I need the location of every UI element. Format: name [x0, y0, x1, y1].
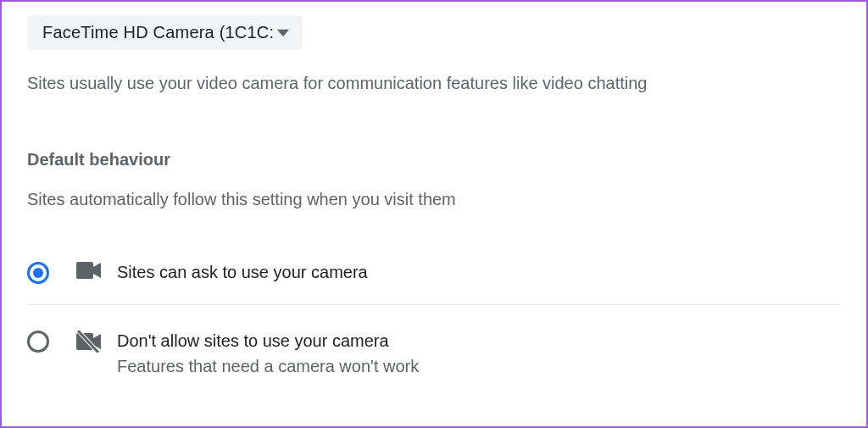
option-allow-ask[interactable]: Sites can ask to use your camera — [27, 248, 841, 305]
default-behaviour-heading: Default behaviour — [27, 150, 841, 170]
svg-rect-0 — [76, 262, 93, 279]
option-block-subtext: Features that need a camera won't work — [117, 354, 841, 378]
option-allow-label: Sites can ask to use your camera — [117, 260, 841, 284]
camera-usage-description: Sites usually use your video camera for … — [27, 70, 841, 96]
radio-dot — [33, 268, 43, 278]
chevron-down-icon — [277, 27, 289, 39]
default-behaviour-subtext: Sites automatically follow this setting … — [27, 190, 841, 209]
camera-icon — [76, 262, 102, 284]
camera-off-icon — [76, 331, 102, 356]
radio-block[interactable] — [27, 331, 49, 353]
camera-select-label: FaceTime HD Camera (1C1C: — [42, 23, 274, 42]
option-block-label: Don't allow sites to use your camera — [117, 329, 841, 353]
option-block[interactable]: Don't allow sites to use your camera Fea… — [27, 305, 841, 390]
radio-allow-ask[interactable] — [27, 262, 49, 284]
camera-select-dropdown[interactable]: FaceTime HD Camera (1C1C: — [27, 15, 303, 50]
